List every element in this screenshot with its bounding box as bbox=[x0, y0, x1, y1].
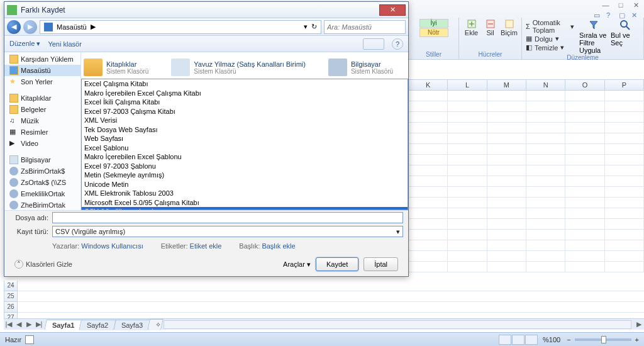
breadcrumb-dropdown-icon[interactable]: ▾ bbox=[304, 23, 308, 31]
filename-input[interactable] bbox=[52, 212, 403, 223]
col-P[interactable]: P bbox=[605, 80, 644, 90]
tab-sheet2[interactable]: Sayfa2 bbox=[79, 320, 117, 330]
row-header[interactable]: 25 bbox=[4, 291, 18, 302]
file-type-option[interactable]: CSV (Virgülle ayrılmış) bbox=[82, 207, 408, 210]
tab-scroll-first[interactable]: |◀ bbox=[4, 320, 14, 330]
title-link[interactable]: Başlık ekle bbox=[262, 242, 295, 250]
dialog-titlebar[interactable]: Farklı Kaydet ✕ bbox=[4, 2, 408, 18]
file-type-option[interactable]: Makro İçerebilen Excel Şablonu bbox=[82, 152, 408, 162]
dialog-close-button[interactable]: ✕ bbox=[379, 4, 406, 16]
file-type-option[interactable]: Unicode Metin bbox=[82, 180, 408, 189]
new-folder-button[interactable]: Yeni klasör bbox=[48, 40, 81, 48]
minimize-button[interactable]: — bbox=[600, 1, 611, 9]
row-header[interactable]: 24 bbox=[4, 281, 18, 291]
zoom-slider[interactable] bbox=[575, 338, 631, 341]
view-page-break-button[interactable] bbox=[525, 335, 538, 345]
scroll-right-button[interactable]: ▶ bbox=[634, 320, 644, 330]
style-good[interactable]: İyi bbox=[419, 19, 448, 28]
col-N[interactable]: N bbox=[526, 80, 565, 90]
file-type-option[interactable]: Excel 97-2003 Çalışma Kitabı bbox=[82, 107, 408, 116]
tab-scroll-last[interactable]: ▶| bbox=[34, 320, 44, 330]
zoom-level[interactable]: %100 bbox=[543, 336, 560, 343]
nav-back-button[interactable]: ◀ bbox=[7, 20, 21, 34]
hide-folders-toggle[interactable]: ˄Klasörleri Gizle bbox=[14, 260, 72, 269]
autosum-button[interactable]: ΣOtomatik Toplam ▾ bbox=[526, 19, 574, 34]
sidebar-heading-computer[interactable]: Bilgisayar bbox=[4, 154, 80, 165]
save-button[interactable]: Kaydet bbox=[316, 257, 358, 271]
file-type-option[interactable]: Excel İkili Çalışma Kitabı bbox=[82, 98, 408, 107]
authors-link[interactable]: Windows Kullanıcısı bbox=[81, 242, 143, 250]
tab-sheet3[interactable]: Sayfa3 bbox=[113, 320, 151, 330]
sidebar-item-downloads[interactable]: Karşıdan Yüklem bbox=[4, 53, 80, 65]
tab-sheet1[interactable]: Sayfa1 bbox=[44, 320, 82, 330]
file-type-option[interactable]: XML Elektronik Tablosu 2003 bbox=[82, 189, 408, 198]
view-page-layout-button[interactable] bbox=[512, 335, 525, 345]
file-type-dropdown-list[interactable]: Excel Çalışma KitabıMakro İçerebilen Exc… bbox=[81, 79, 408, 210]
file-type-option[interactable]: Web Sayfası bbox=[82, 134, 408, 143]
sidebar-item-videos[interactable]: ▶Video bbox=[4, 138, 80, 149]
organize-menu[interactable]: Düzenle ▾ bbox=[9, 40, 40, 48]
cat-computer[interactable]: BilgisayarSistem Klasörü bbox=[328, 56, 393, 79]
zoom-out-button[interactable]: − bbox=[567, 336, 570, 343]
sidebar-drive[interactable]: ZheBirimOrtak bbox=[4, 199, 80, 210]
col-K[interactable]: K bbox=[409, 80, 448, 90]
style-neutral[interactable]: Nötr bbox=[419, 28, 448, 37]
sidebar-drive[interactable]: EmeklilikOrtak bbox=[4, 188, 80, 199]
help-button[interactable]: ? bbox=[392, 38, 403, 50]
sidebar-drive[interactable]: ZsBirimOrtak$ bbox=[4, 165, 80, 177]
close-button[interactable]: ✕ bbox=[630, 1, 641, 9]
file-type-option[interactable]: XML Verisi bbox=[82, 116, 408, 125]
col-O[interactable]: O bbox=[565, 80, 604, 90]
view-options-button[interactable] bbox=[363, 38, 384, 50]
sidebar-item-recent[interactable]: ★Son Yerler bbox=[4, 76, 80, 87]
cat-libraries[interactable]: KitaplıklarSistem Klasörü bbox=[84, 56, 148, 79]
sort-filter-button[interactable]: Sırala ve Filtre Uygula bbox=[579, 19, 608, 54]
refresh-icon[interactable]: ↻ bbox=[311, 23, 317, 31]
sidebar-heading-libraries[interactable]: Kitaplıklar bbox=[4, 92, 80, 104]
clear-button[interactable]: ◧Temizle ▾ bbox=[526, 43, 574, 52]
breadcrumb[interactable]: Masaüstü ▶ ▾ ↻ bbox=[40, 20, 321, 34]
sidebar-item-pictures[interactable]: ▦Resimler bbox=[4, 126, 80, 138]
cancel-button[interactable]: İptal bbox=[364, 257, 398, 271]
zoom-in-button[interactable]: + bbox=[635, 336, 639, 343]
sidebar-item-music[interactable]: ♫Müzik bbox=[4, 115, 80, 126]
cell-styles-gallery[interactable]: İyi Nötr bbox=[419, 19, 448, 37]
filetype-select[interactable]: CSV (Virgülle ayrılmış)▾ bbox=[52, 226, 403, 237]
sidebar-item-desktop[interactable]: Masaüstü bbox=[4, 65, 80, 76]
file-type-option[interactable]: Excel 97-2003 Şablonu bbox=[82, 162, 408, 171]
view-normal-button[interactable] bbox=[499, 335, 511, 345]
chevron-right-icon[interactable]: ▶ bbox=[91, 23, 96, 31]
fill-icon: ▦ bbox=[526, 35, 532, 43]
horizontal-scrollbar[interactable] bbox=[164, 320, 631, 329]
format-cells-button[interactable]: Biçim bbox=[501, 19, 518, 36]
fill-button[interactable]: ▦Dolgu ▾ bbox=[526, 35, 574, 43]
tab-scroll-next[interactable]: ▶ bbox=[24, 320, 34, 330]
nav-forward-button[interactable]: ▶ bbox=[23, 20, 37, 34]
row-header[interactable]: 26 bbox=[4, 302, 18, 313]
tab-new-sheet[interactable]: ✧ bbox=[147, 319, 164, 330]
sidebar-item-documents[interactable]: Belgeler bbox=[4, 104, 80, 115]
worksheet-grid[interactable] bbox=[409, 91, 644, 281]
tools-menu[interactable]: Araçlar ▾ bbox=[283, 260, 311, 269]
file-type-option[interactable]: Metin (Sekmeyle ayrılmış) bbox=[82, 170, 408, 180]
macro-record-icon[interactable] bbox=[25, 335, 34, 344]
cat-user[interactable]: Yavuz Yilmaz (Satış Kanalları Birimi)Sis… bbox=[171, 56, 306, 79]
find-select-button[interactable]: Bul ve Seç bbox=[611, 19, 640, 54]
chevron-down-icon: ▾ bbox=[396, 228, 400, 236]
col-M[interactable]: M bbox=[487, 80, 526, 90]
cells-group-label: Hücreler bbox=[479, 51, 502, 58]
file-type-option[interactable]: Makro İçerebilen Excel Çalışma Kitabı bbox=[82, 89, 408, 98]
insert-cells-button[interactable]: Ekle bbox=[463, 19, 480, 36]
col-L[interactable]: L bbox=[448, 80, 487, 90]
tags-link[interactable]: Etiket ekle bbox=[190, 242, 222, 250]
file-type-option[interactable]: Tek Dosya Web Sayfası bbox=[82, 125, 408, 135]
file-type-option[interactable]: Excel Çalışma Kitabı bbox=[82, 79, 408, 89]
delete-cells-button[interactable]: Sil bbox=[482, 19, 499, 36]
file-type-option[interactable]: Microsoft Excel 5.0/95 Çalışma Kitabı bbox=[82, 198, 408, 208]
tab-scroll-prev[interactable]: ◀ bbox=[14, 320, 24, 330]
file-type-option[interactable]: Excel Şablonu bbox=[82, 143, 408, 153]
metadata-row: Yazarlar: Windows Kullanıcısı Etiketler:… bbox=[9, 238, 403, 254]
search-input[interactable] bbox=[324, 20, 406, 34]
sidebar-drive[interactable]: ZsOrtak$ (\\ZS bbox=[4, 177, 80, 188]
restore-button[interactable]: □ bbox=[615, 1, 626, 9]
